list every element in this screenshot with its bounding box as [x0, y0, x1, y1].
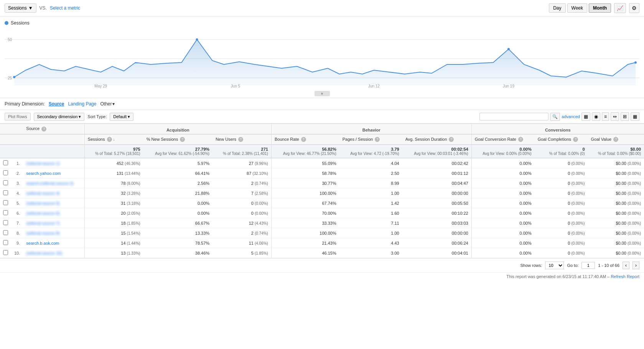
bounce-rate-col-header[interactable]: Bounce Rate ? [271, 134, 339, 145]
histogram-view-button[interactable]: ▦ [631, 112, 639, 121]
table-view-icon-button[interactable]: ⚙ [629, 3, 639, 13]
pct-new-cell: 2.56% [143, 178, 213, 188]
row-checkbox[interactable] [0, 168, 11, 178]
refresh-report-link[interactable]: Refresh Report [611, 274, 639, 279]
pages-session-cell: 3.00 [339, 248, 402, 258]
avg-duration-cell: 00:01:12 [402, 168, 471, 178]
row-checkbox[interactable] [0, 178, 11, 188]
sessions-help-icon[interactable]: ? [107, 137, 112, 142]
goto-input[interactable] [581, 262, 595, 269]
sessions-label: Sessions [8, 5, 27, 11]
pages-session-cell: 2.50 [339, 168, 402, 178]
new-users-col-header[interactable]: New Users ? [212, 134, 271, 145]
secondary-dimension-button[interactable]: Secondary dimension ▾ [34, 113, 85, 121]
week-button[interactable]: Week [567, 3, 587, 13]
source-link[interactable]: search.(referral source 3) [23, 178, 84, 188]
goal-value-cell: $0.00 (0.00%) [588, 188, 644, 198]
source-dimension-link[interactable]: Source [49, 101, 64, 107]
chevron-down-icon: ▾ [79, 114, 81, 119]
goal-value-col-header[interactable]: Goal Value ? [588, 134, 644, 145]
source-link[interactable]: (referral source 8) [23, 228, 84, 238]
row-checkbox[interactable] [0, 248, 11, 258]
avg-duration-cell: 00:02:42 [402, 158, 471, 168]
prev-page-button[interactable]: ‹ [623, 262, 629, 269]
landing-page-dimension-link[interactable]: Landing Page [68, 101, 96, 107]
row-checkbox[interactable] [0, 238, 11, 248]
pivot-view-button[interactable]: ⊞ [621, 112, 629, 121]
show-rows-select[interactable]: 10 25 50 100 500 [545, 262, 564, 269]
row-number: 4. [11, 188, 23, 198]
goal-value-help-icon[interactable]: ? [613, 137, 618, 142]
source-link[interactable]: (referral source 6) [23, 208, 84, 218]
bounce-rate-help-icon[interactable]: ? [301, 137, 306, 142]
row-num-col-header [11, 134, 23, 145]
avg-duration-cell: 00:10:22 [402, 208, 471, 218]
bar-view-button[interactable]: ≡ [602, 112, 609, 121]
month-button[interactable]: Month [589, 3, 611, 13]
row-number: 6. [11, 208, 23, 218]
goal-completions-col-header[interactable]: Goal Completions ? [535, 134, 588, 145]
data-view-button[interactable]: ▦ [581, 112, 590, 121]
metric-selector: Sessions ▼ VS. Select a metric [5, 3, 549, 13]
row-checkbox[interactable] [0, 158, 11, 168]
new-users-cell: 5 (1.85%) [212, 248, 271, 258]
sort-type-dropdown[interactable]: Default ▾ [110, 113, 133, 121]
sessions-dropdown-button[interactable]: Sessions ▼ [5, 3, 36, 13]
table-row: 4. (referral source 4) 32 (3.28%) 21.88%… [0, 188, 644, 198]
row-checkbox[interactable] [0, 228, 11, 238]
pct-new-sessions-col-header[interactable]: % New Sessions ? [143, 134, 213, 145]
other-dimension-dropdown[interactable]: Other ▾ [100, 101, 115, 107]
totals-pages-session: 3.79 Avg for View: 4.72 (-19.70%) [339, 145, 402, 158]
source-link[interactable]: (referral source 7) [23, 218, 84, 228]
line-chart-icon-button[interactable]: 📈 [614, 3, 626, 13]
row-number: 10. [11, 248, 23, 258]
goal-conversion-rate-col-header[interactable]: Goal Conversion Rate ? [471, 134, 535, 145]
pages-session-help-icon[interactable]: ? [375, 137, 380, 142]
row-checkbox[interactable] [0, 218, 11, 228]
goal-comp-cell: 0 (0.00%) [535, 228, 588, 238]
pct-new-help-icon[interactable]: ? [180, 137, 185, 142]
select-metric-link[interactable]: Select a metric [50, 5, 80, 11]
bounce-rate-cell: 46.15% [271, 248, 339, 258]
row-checkbox[interactable] [0, 198, 11, 208]
totals-goal-comp: 0 % of Total: 0.00% (0) [535, 145, 588, 158]
pie-view-button[interactable]: ◉ [592, 112, 600, 121]
pages-session-col-header[interactable]: Pages / Session ? [339, 134, 402, 145]
row-checkbox[interactable] [0, 208, 11, 218]
bounce-rate-cell: 55.09% [271, 158, 339, 168]
source-link[interactable]: (referral source 10) [23, 248, 84, 258]
scrollbar-handle[interactable]: ▼ [315, 91, 330, 96]
search-button[interactable]: 🔍 [550, 113, 560, 121]
source-link[interactable]: (referral source 5) [23, 198, 84, 208]
source-link[interactable]: (referral source 1) [23, 158, 84, 168]
avg-duration-help-icon[interactable]: ? [449, 137, 454, 142]
goal-conv-help-icon[interactable]: ? [518, 137, 523, 142]
advanced-link[interactable]: advanced [562, 114, 580, 119]
new-users-cell: 2 (0.74%) [212, 178, 271, 188]
comparison-view-button[interactable]: ⇔ [611, 112, 619, 121]
search-input[interactable] [479, 113, 548, 120]
goal-value-cell: $0.00 (0.00%) [588, 238, 644, 248]
sessions-col-header[interactable]: Sessions ? ↓ [84, 134, 143, 145]
row-number: 8. [11, 228, 23, 238]
goal-conv-cell: 0.00% [471, 248, 535, 258]
source-link[interactable]: search.yahoo.com [23, 168, 84, 178]
day-button[interactable]: Day [549, 3, 565, 13]
table-row: 10. (referral source 10) 13 (1.33%) 38.4… [0, 248, 644, 258]
plot-rows-button[interactable]: Plot Rows [5, 113, 31, 120]
goal-value-cell: $0.00 (0.00%) [588, 158, 644, 168]
behavior-header: Behavior [271, 124, 471, 134]
avg-session-duration-col-header[interactable]: Avg. Session Duration ? [402, 134, 471, 145]
source-link[interactable]: (referral source 4) [23, 188, 84, 198]
row-checkbox[interactable] [0, 188, 11, 198]
source-link[interactable]: search.b.ask.com [23, 238, 84, 248]
dropdown-arrow-icon: ▼ [28, 5, 33, 11]
row-number: 3. [11, 178, 23, 188]
svg-point-5 [13, 76, 15, 78]
table-row: 1. (referral source 1) 452 (46.36%) 5.97… [0, 158, 644, 168]
goal-comp-help-icon[interactable]: ? [573, 137, 578, 142]
next-page-button[interactable]: › [632, 262, 639, 269]
new-users-help-icon[interactable]: ? [238, 137, 243, 142]
source-help-icon[interactable]: ? [41, 127, 46, 132]
goal-conv-cell: 0.00% [471, 238, 535, 248]
